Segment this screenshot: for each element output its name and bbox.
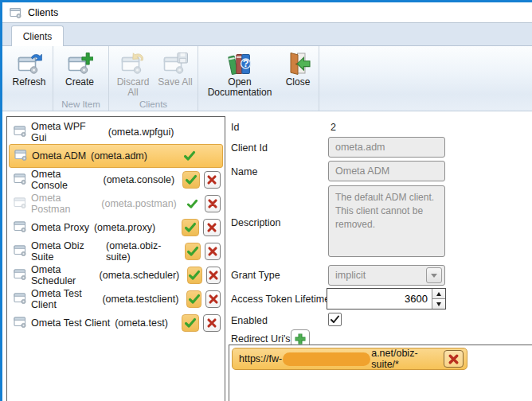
grant-type-label: Grant Type <box>231 270 280 281</box>
close-button[interactable]: Close <box>280 49 316 88</box>
client-id: (ometa.wpfgui) <box>108 127 174 138</box>
enable-toggle[interactable] <box>185 195 201 212</box>
client-window-icon <box>14 197 27 211</box>
save-window-icon <box>162 50 189 77</box>
redirect-uris-label: Redirect Uri's <box>231 333 291 345</box>
client-id-field-value: ometa.adm <box>335 142 385 153</box>
client-id-label: Client Id <box>231 142 268 154</box>
tab-label: Clients <box>23 31 53 42</box>
client-name: Ometa ADM <box>32 150 86 162</box>
name-field[interactable]: Ometa ADM <box>328 161 445 181</box>
open-documentation-label: Open Documentation <box>200 77 280 98</box>
redirect-uri-suffix: a.net/obiz-suite/* <box>371 348 444 370</box>
client-id: (ometa.adm) <box>91 150 147 162</box>
create-button[interactable]: Create <box>55 49 104 88</box>
client-row-scheduler[interactable]: Ometa Scheduler (ometa.scheduler) <box>7 263 225 287</box>
refresh-window-icon <box>16 50 43 77</box>
client-row-testclient[interactable]: Ometa Test Client (ometa.testclient) <box>7 287 225 311</box>
redirect-uri-item[interactable]: https://fw- a.net/obiz-suite/* <box>232 348 467 370</box>
tab-clients[interactable]: Clients <box>11 25 64 46</box>
app-window: Clients Clients Refresh <box>0 0 532 401</box>
name-label: Name <box>231 166 257 177</box>
client-row-proxy[interactable]: Ometa Proxy (ometa.proxy) <box>7 216 225 239</box>
create-window-icon <box>66 50 93 77</box>
client-window-icon <box>14 316 27 330</box>
client-window-icon <box>14 292 27 306</box>
client-row-adm-selected[interactable]: Ometa ADM (ometa.adm) <box>9 144 223 168</box>
client-window-icon <box>14 244 27 259</box>
client-name: Ometa Obiz Suite <box>31 240 101 263</box>
client-window-icon <box>14 125 27 139</box>
chevron-down-icon[interactable] <box>426 267 442 283</box>
ribbon-group-label: Clients <box>109 99 198 109</box>
grant-type-select[interactable]: implicit <box>328 265 445 286</box>
enable-toggle[interactable] <box>182 171 199 189</box>
window-icon <box>10 6 22 19</box>
client-name: Ometa Console <box>31 169 98 191</box>
client-name: Ometa Proxy <box>31 222 89 233</box>
client-detail-form: Id 2 Client Id ometa.adm Name Ometa ADM … <box>229 116 532 401</box>
client-id: (ometa.scheduler) <box>100 270 180 281</box>
enable-toggle[interactable] <box>182 219 199 236</box>
client-id: (ometa.testclient) <box>102 294 178 305</box>
access-token-lifetime-stepper[interactable]: 3600 <box>327 288 446 310</box>
client-name: Ometa Test Client <box>31 288 97 310</box>
enable-toggle[interactable] <box>182 314 199 332</box>
delete-client-button[interactable] <box>203 314 221 332</box>
refresh-button[interactable]: Refresh <box>7 49 51 88</box>
checkmark-icon <box>330 314 340 325</box>
grant-type-value: implicit <box>335 270 366 281</box>
client-name: Ometa Test Client <box>31 317 110 329</box>
discard-all-button[interactable]: Discard All <box>111 49 155 98</box>
client-row-wpfgui[interactable]: Ometa WPF Gui (ometa.wpfgui) <box>7 120 225 144</box>
delete-client-button[interactable] <box>206 267 221 284</box>
save-all-button[interactable]: Save All <box>155 49 195 88</box>
spin-down-button[interactable] <box>432 299 445 309</box>
client-row-postman[interactable]: Ometa Postman (ometa.postman) <box>7 192 225 216</box>
client-id: (ometa.proxy) <box>94 222 155 233</box>
client-name: Ometa Postman <box>31 193 96 215</box>
enable-toggle[interactable] <box>187 267 201 284</box>
tab-strip <box>2 22 532 46</box>
client-window-icon <box>14 220 27 235</box>
client-list: Ometa WPF Gui (ometa.wpfgui) Ometa ADM (… <box>6 116 225 401</box>
client-id-field[interactable]: ometa.adm <box>328 137 445 158</box>
refresh-label: Refresh <box>12 77 45 88</box>
delete-icon <box>448 353 460 365</box>
open-documentation-button[interactable]: ? Open Documentation <box>200 49 280 98</box>
ribbon-group-window: ? Open Documentation Close <box>198 46 319 111</box>
delete-client-button[interactable] <box>204 171 221 189</box>
enabled-checkbox[interactable] <box>328 313 342 326</box>
discard-all-label: Discard All <box>111 77 155 98</box>
client-window-icon <box>14 173 27 187</box>
delete-client-button[interactable] <box>205 290 221 308</box>
delete-client-button[interactable] <box>205 243 221 260</box>
ribbon-group-new-item: Create New Item <box>53 46 109 111</box>
client-id: (ometa.postman) <box>101 198 176 209</box>
ribbon-group-clients: Discard All Save All Clients <box>109 46 198 111</box>
description-field[interactable]: The default ADM client. This client cann… <box>328 185 445 257</box>
client-row-console[interactable]: Ometa Console (ometa.console) <box>7 168 225 192</box>
client-window-icon <box>14 149 28 163</box>
save-all-label: Save All <box>158 77 192 88</box>
enable-toggle[interactable] <box>186 290 201 308</box>
remove-redirect-uri-button[interactable] <box>444 350 464 368</box>
enable-toggle[interactable] <box>185 243 201 260</box>
create-label: Create <box>65 77 94 88</box>
ribbon-group-refresh: Refresh <box>6 46 53 111</box>
close-door-icon <box>284 50 311 77</box>
client-row-test[interactable]: Ometa Test Client (ometa.test) <box>7 311 225 335</box>
close-label: Close <box>286 77 311 88</box>
discard-window-icon <box>119 50 147 77</box>
delete-client-button[interactable] <box>203 219 221 236</box>
client-id: (ometa.console) <box>103 174 174 185</box>
spin-up-button[interactable] <box>432 289 445 299</box>
delete-client-button[interactable] <box>205 195 221 212</box>
enabled-label: Enabled <box>231 315 268 326</box>
enable-toggle[interactable] <box>181 147 198 165</box>
title-bar: Clients <box>2 2 532 22</box>
redaction-blob <box>283 352 370 366</box>
stepper-buttons <box>432 289 445 309</box>
client-row-obiz-suite[interactable]: Ometa Obiz Suite (ometa.obiz-suite) <box>7 239 225 263</box>
description-label: Description <box>231 217 281 228</box>
